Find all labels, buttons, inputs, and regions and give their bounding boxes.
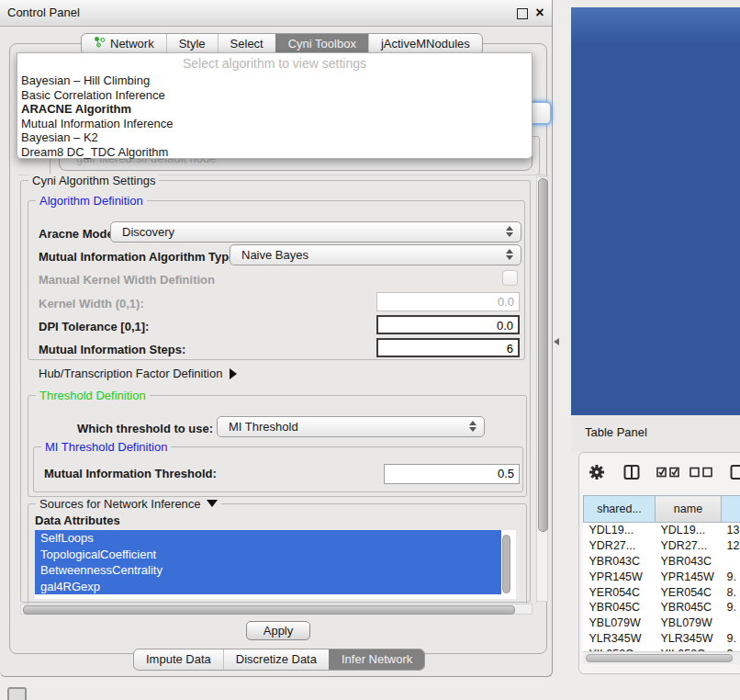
tab-jactivemnodules[interactable]: jActiveMNodules [368,34,482,54]
collapsed-panel-icon[interactable] [7,687,27,700]
table-cell[interactable]: YLR345W [584,631,656,647]
table-cell[interactable]: 8. [722,584,740,600]
tab-impute-data[interactable]: Impute Data [134,649,223,670]
float-window-icon[interactable] [517,8,528,19]
table-cell[interactable] [722,615,740,631]
table-cell[interactable]: 9. [722,600,740,615]
algorithm-dropdown-popup: Select algorithm to view settings Bayesi… [17,52,533,159]
table-cell[interactable]: YPR145W [584,569,656,584]
tab-style[interactable]: Style [166,34,218,54]
attribute-item[interactable]: SelfLoops [35,530,501,547]
algorithm-option[interactable]: Bayesian – K2 [21,130,532,145]
group-title: MI Threshold Definition [41,440,171,454]
table-cell[interactable]: YPR145W [656,569,722,584]
kernel-width-field[interactable]: 0.0 [376,292,520,311]
dropdown-placeholder: Select algorithm to view settings [17,53,532,73]
aracne-mode-select[interactable]: Discovery [110,221,521,243]
tab-network[interactable]: Network [82,34,166,54]
dpi-tolerance-field[interactable]: 0.0 [376,315,520,334]
table-cell[interactable]: YDL19... [584,523,656,538]
table-row[interactable]: YBR045CYBR045C9. [584,600,740,615]
tab-infer-network[interactable]: Infer Network [329,649,424,670]
mi-threshold-field[interactable]: 0.5 [384,464,520,484]
network-view-frame: GALGAL80GAL10GAL1GAL11SWI4GAL4GCY1HAP4YH… [571,7,740,415]
table-cell[interactable]: YBR043C [656,554,722,570]
table-row[interactable]: YDR27...YDR27...12 [584,538,740,554]
algorithm-option-list: Bayesian – Hill ClimbingBasic Correlatio… [17,73,532,160]
apply-button[interactable]: Apply [246,621,310,640]
tab-label: Network [110,34,154,54]
settings-vertical-scrollbar[interactable] [536,176,548,602]
collapsed-arrow-icon [230,368,237,379]
unchecked-boxes-icon[interactable] [690,467,713,480]
table-row[interactable]: YBL079WYBL079W [584,615,740,631]
tab-discretize-data[interactable]: Discretize Data [223,649,329,670]
manual-kernel-checkbox[interactable] [502,270,518,286]
algorithm-option[interactable]: Basic Correlation Inference [21,88,532,103]
column-header[interactable]: shared... [584,496,656,523]
tab-cyni-toolbox[interactable]: Cyni Toolbox [275,34,368,54]
algorithm-option[interactable]: Mutual Information Inference [21,117,532,131]
attribute-item[interactable]: BetweennessCentrality [35,562,501,579]
spinner-arrows-icon [506,226,513,237]
table-cell[interactable]: YDR27... [656,538,722,554]
table-cell[interactable]: YBR045C [656,600,722,615]
mi-steps-field[interactable]: 6 [376,338,520,357]
table-panel-card: shared...name YDL19...YDL19...13YDR27...… [578,452,740,674]
table-row[interactable]: YPR145WYPR145W9. [584,569,740,584]
tab-label: jActiveMNodules [381,34,470,54]
table-cell[interactable]: 12 [722,538,740,554]
table-panel-header: Table Panel [571,415,740,452]
table-cell[interactable]: YDR27... [584,538,656,554]
table-cell[interactable]: YBR043C [584,554,656,570]
aracne-mode-label: Aracne Mode: [39,227,118,241]
attribute-item[interactable]: gal4RGexp [35,579,501,595]
tab-select[interactable]: Select [218,34,275,54]
close-icon[interactable]: × [533,0,547,26]
table-cell[interactable]: YBL079W [584,615,656,631]
table-cell[interactable]: 9. [722,569,740,584]
split-columns-icon[interactable] [623,464,640,483]
list-scrollbar[interactable] [502,535,510,593]
mi-algorithm-type-select[interactable]: Naive Bayes [230,244,521,265]
table-cell[interactable]: 13 [722,523,740,538]
hub-definition-expander[interactable]: Hub/Transcription Factor Definition [39,367,237,380]
table-cell[interactable]: YLR345W [656,631,722,647]
tab-label: Discretize Data [236,649,317,670]
sources-expander[interactable]: Sources for Network Inference [36,497,221,511]
table-horizontal-scrollbar[interactable] [583,651,740,664]
table-cell[interactable] [722,554,740,570]
table-cell[interactable]: 9. [722,631,740,647]
checked-boxes-icon[interactable] [656,467,680,480]
attribute-item[interactable]: TopologicalCoefficient [35,547,501,563]
table-row[interactable]: YLR345WYLR345W9. [584,631,740,647]
table-row[interactable]: YER054CYER054C8. [584,584,740,600]
group-title: Algorithm Definition [36,194,147,208]
dpi-tolerance-label: DPI Tolerance [0,1]: [39,320,149,333]
table-cell[interactable]: YER054C [656,584,722,600]
table-row[interactable]: YBR043CYBR043C [584,554,740,570]
which-threshold-select[interactable]: MI Threshold [217,416,485,437]
settings-horizontal-scrollbar[interactable] [20,604,533,615]
table-row[interactable]: YDL19...YDL19...13 [584,523,740,538]
mi-threshold-label: Mutual Information Threshold: [44,467,217,480]
cyni-mode-tabs: Impute DataDiscretize DataInfer Network [133,649,425,671]
gear-icon[interactable] [589,464,605,483]
tab-label: Select [230,34,263,54]
tab-label: Impute Data [146,649,211,670]
algorithm-option[interactable]: ARACNE Algorithm [21,102,532,117]
table-cell[interactable]: YER054C [584,584,656,600]
function-icon[interactable] [730,464,740,483]
column-header[interactable]: name [656,496,722,523]
group-title: Cyni Algorithm Settings [28,174,159,187]
algorithm-option[interactable]: Dream8 DC_TDC Algorithm [21,145,532,160]
table-cell[interactable]: YBR045C [584,600,656,615]
data-attributes-list: SelfLoopsTopologicalCoefficientBetweenne… [35,530,516,599]
table-panel-title: Table Panel [585,425,647,439]
splitter-collapse-arrow[interactable] [554,338,559,345]
table-cell[interactable]: YBL079W [656,615,722,631]
column-header[interactable] [722,496,740,523]
algorithm-option[interactable]: Bayesian – Hill Climbing [21,73,532,88]
table-cell[interactable]: YDL19... [656,523,722,538]
control-panel-titlebar: Control Panel × [0,0,552,27]
